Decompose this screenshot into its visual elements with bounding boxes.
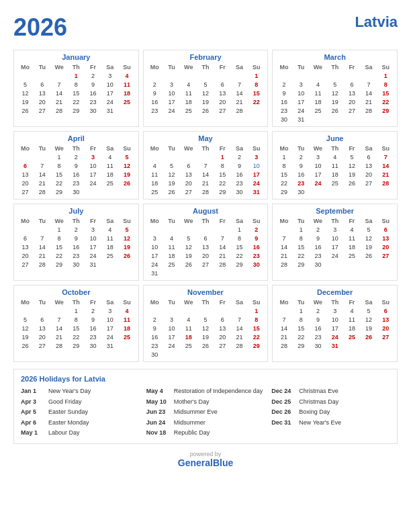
month-title: June — [275, 134, 394, 142]
calendar-day: 27 — [343, 106, 360, 115]
weekday-header: Mo — [146, 217, 163, 225]
calendar-day: 5 — [163, 161, 180, 170]
calendar-day: 5 — [118, 225, 135, 234]
calendar-day — [275, 225, 292, 234]
holiday-item: May 1Labour Day — [21, 429, 140, 438]
holiday-name: Easter Monday — [48, 418, 89, 428]
weekday-header: Su — [248, 217, 265, 225]
calendar-day: 3 — [293, 80, 310, 89]
calendar-day: 17 — [163, 97, 180, 106]
calendar-day: 11 — [343, 315, 360, 324]
calendar-day: 15 — [248, 89, 265, 97]
holiday-item: Dec 31New Year's Eve — [271, 418, 390, 428]
calendar-day: 31 — [248, 187, 265, 196]
month-block: DecemberMoTuWeThFrSaSu123456789101112131… — [272, 285, 398, 362]
calendar-day — [180, 350, 197, 359]
weekday-header: Tu — [34, 144, 50, 152]
calendar-day: 13 — [377, 234, 394, 242]
calendar-day — [34, 152, 50, 161]
calendar-day: 17 — [326, 242, 343, 251]
calendar-day: 23 — [275, 106, 292, 115]
calendar-day: 1 — [231, 225, 248, 234]
month-block: SeptemberMoTuWeThFrSaSu12345678910111213… — [272, 204, 398, 281]
calendar-day — [343, 115, 360, 124]
holiday-name: Mother's Day — [174, 398, 210, 407]
calendar-day: 16 — [310, 324, 326, 332]
calendar-day — [214, 225, 231, 234]
calendar-day: 18 — [180, 97, 197, 106]
calendar-day: 15 — [231, 242, 248, 251]
calendar-day: 21 — [197, 179, 214, 187]
weekday-header: Th — [68, 63, 85, 71]
calendar-day: 4 — [118, 306, 135, 315]
weekday-header: We — [180, 217, 197, 225]
weekday-header: Mo — [146, 298, 163, 306]
calendar-day: 1 — [248, 71, 265, 80]
calendar-day: 22 — [293, 332, 310, 341]
calendar-day: 4 — [118, 71, 135, 80]
calendar-day — [231, 269, 248, 277]
calendar-day: 6 — [214, 80, 231, 89]
calendar-day: 3 — [326, 225, 343, 234]
calendar-day — [310, 115, 326, 124]
calendar-day: 30 — [310, 341, 326, 350]
calendar-day: 27 — [180, 187, 197, 196]
weekday-header: We — [180, 298, 197, 306]
calendar-day: 1 — [68, 306, 85, 315]
calendar-day — [361, 341, 377, 350]
calendar-day: 22 — [377, 97, 394, 106]
calendar-day: 20 — [214, 97, 231, 106]
calendar-day — [343, 260, 360, 269]
weekday-header: Sa — [101, 63, 118, 71]
holiday-name: Midsummer — [174, 418, 205, 428]
calendar-day: 23 — [68, 251, 85, 260]
calendar-day: 20 — [17, 251, 34, 260]
calendar-day: 2 — [146, 315, 163, 324]
calendar-day: 12 — [17, 324, 34, 332]
calendar-day: 27 — [34, 341, 50, 350]
month-table: MoTuWeThFrSaSu12345678910111213141516171… — [146, 63, 265, 115]
brand-label: GeneralBlue — [13, 457, 398, 468]
calendar-day: 14 — [275, 242, 292, 251]
weekday-header: We — [310, 298, 326, 306]
weekday-header: Th — [197, 298, 214, 306]
calendar-day: 12 — [343, 161, 360, 170]
calendar-day: 13 — [180, 170, 197, 179]
calendar-day: 21 — [361, 97, 377, 106]
holiday-item: Jun 24Midsummer — [146, 418, 265, 428]
weekday-header: Fr — [85, 298, 101, 306]
calendar-day: 29 — [214, 187, 231, 196]
calendar-day: 11 — [343, 234, 360, 242]
calendar-day: 19 — [326, 97, 343, 106]
month-block: MayMoTuWeThFrSaSu12345678910111213141516… — [143, 131, 269, 200]
month-title: November — [146, 288, 265, 296]
month-block: MarchMoTuWeThFrSaSu123456789101112131415… — [272, 50, 398, 127]
calendar-day: 6 — [377, 306, 394, 315]
calendar-day — [361, 115, 377, 124]
calendar-day: 19 — [361, 324, 377, 332]
month-block: JuneMoTuWeThFrSaSu1234567891011121314151… — [272, 131, 398, 200]
calendar-day: 4 — [146, 161, 163, 170]
weekday-header: We — [50, 63, 67, 71]
calendar-day: 20 — [197, 251, 214, 260]
calendar-day: 3 — [101, 306, 118, 315]
holiday-date: Dec 31 — [271, 418, 295, 428]
calendar-day — [118, 187, 135, 196]
calendar-day: 11 — [326, 161, 343, 170]
calendar-day: 26 — [361, 332, 377, 341]
calendar-day: 22 — [248, 332, 265, 341]
calendar-day — [361, 187, 377, 196]
weekday-header: Mo — [17, 63, 34, 71]
holiday-item: Jun 23Midsummer Eve — [146, 408, 265, 417]
weekday-header: Th — [326, 63, 343, 71]
calendar-day: 27 — [197, 260, 214, 269]
calendar-day: 30 — [275, 115, 292, 124]
calendar-day: 8 — [231, 234, 248, 242]
calendar-day — [17, 71, 34, 80]
calendar-day — [101, 260, 118, 269]
month-block: JulyMoTuWeThFrSaSu1234567891011121314151… — [13, 204, 139, 281]
calendar-day: 11 — [101, 234, 118, 242]
calendar-day — [310, 71, 326, 80]
calendar-day: 1 — [377, 71, 394, 80]
calendar-day: 21 — [34, 251, 50, 260]
